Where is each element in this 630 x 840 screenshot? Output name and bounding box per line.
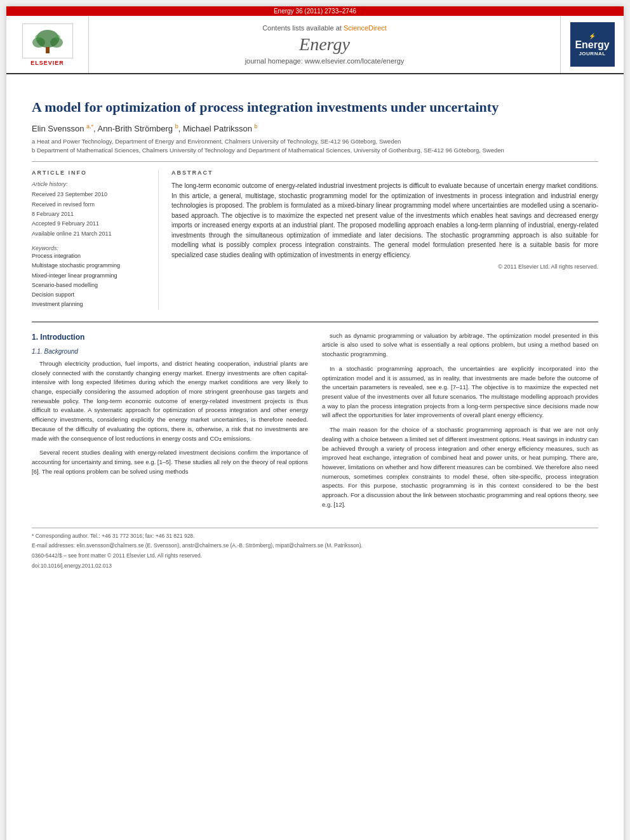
- keywords-label: Keywords:: [32, 245, 148, 251]
- background-subheading: 1.1. Background: [32, 347, 308, 357]
- article-info-column: ARTICLE INFO Article history: Received 2…: [32, 170, 159, 309]
- badge-top-text: ⚡: [589, 33, 596, 39]
- badge-subtitle: JOURNAL: [579, 51, 605, 57]
- elsevier-logo: ELSEVIER: [22, 23, 73, 66]
- footer-issn: 0360-5442/$ – see front matter © 2011 El…: [32, 552, 598, 560]
- authors-line: Elin Svensson a,*, Ann-Brith Strömberg b…: [32, 123, 598, 133]
- badge-main-text: Energy: [575, 39, 609, 51]
- author-michael: Michael Patriksson: [183, 124, 255, 133]
- received-date: Received 23 September 2010: [32, 190, 148, 199]
- email-addresses: elin.svensson@chalmers.se (E. Svensson),…: [76, 542, 363, 549]
- intro-para-1: Through electricity production, fuel imp…: [32, 359, 308, 443]
- keyword-6: Investment planning: [32, 300, 148, 309]
- affiliation-a: a Heat and Power Technology, Department …: [32, 137, 598, 146]
- keyword-4: Scenario-based modelling: [32, 281, 148, 290]
- body-section: 1. Introduction 1.1. Background Through …: [32, 321, 598, 515]
- abstract-text: The long-term economic outcome of energy…: [171, 181, 598, 260]
- journal-citation-bar: Energy 36 (2011) 2733–2746: [6, 6, 624, 16]
- journal-homepage: journal homepage: www.elsevier.com/locat…: [245, 57, 405, 65]
- keywords-section: Keywords: Process integration Multistage…: [32, 245, 148, 310]
- keyword-5: Decision support: [32, 290, 148, 300]
- doi-text: doi:10.1016/j.energy.2011.02.013: [32, 563, 112, 569]
- right-para-2: In a stochastic programming approach, th…: [322, 364, 598, 420]
- article-info-abstract-section: ARTICLE INFO Article history: Received 2…: [32, 161, 598, 309]
- journal-center-header: Contents lists available at ScienceDirec…: [89, 16, 560, 73]
- keyword-1: Process integration: [32, 251, 148, 261]
- contents-text: Contents lists available at: [262, 24, 342, 32]
- energy-badge-area: ⚡ Energy JOURNAL: [560, 16, 624, 73]
- svg-point-6: [55, 35, 60, 40]
- page: Energy 36 (2011) 2733–2746: [6, 6, 624, 840]
- footer-doi: doi:10.1016/j.energy.2011.02.013: [32, 562, 598, 570]
- footer-email: E-mail addresses: elin.svensson@chalmers…: [32, 542, 598, 550]
- article-history-label: Article history:: [32, 181, 148, 187]
- introduction-heading: 1. Introduction: [32, 331, 308, 343]
- tree-logo-svg: [25, 25, 70, 57]
- abstract-label: ABSTRACT: [171, 170, 598, 176]
- affiliations: a Heat and Power Technology, Department …: [32, 137, 598, 156]
- footer-corresponding: * Corresponding author. Tel.: +46 31 772…: [32, 532, 598, 540]
- author-elin-sup: a,*: [86, 123, 93, 130]
- intro-para-2: Several recent studies dealing with ener…: [32, 448, 308, 476]
- author-annbrith-sup: b: [175, 123, 178, 130]
- journal-name: Energy: [299, 34, 350, 55]
- article-info-label: ARTICLE INFO: [32, 170, 148, 176]
- article-history-table: Received 23 September 2010 Received in r…: [32, 190, 148, 238]
- body-two-col: 1. Introduction 1.1. Background Through …: [32, 331, 598, 515]
- article-content: A model for optimization of process inte…: [6, 74, 624, 585]
- elsevier-logo-image: [22, 23, 73, 58]
- revised-label: Received in revised form: [32, 200, 148, 210]
- abstract-column: ABSTRACT The long-term economic outcome …: [171, 170, 598, 309]
- body-col-right: such as dynamic programming or valuation…: [322, 331, 598, 515]
- author-annbrith: Ann-Brith Strömberg: [98, 124, 175, 133]
- journal-header: ELSEVIER Contents lists available at Sci…: [6, 16, 624, 74]
- elsevier-wordmark: ELSEVIER: [30, 60, 64, 66]
- right-para-3: The main reason for the choice of a stoc…: [322, 425, 598, 509]
- body-col-left: 1. Introduction 1.1. Background Through …: [32, 331, 308, 515]
- revised-date: 8 February 2011: [32, 210, 148, 219]
- sciencedirect-link[interactable]: ScienceDirect: [344, 24, 387, 32]
- keyword-2: Multistage stochastic programming: [32, 261, 148, 270]
- energy-badge: ⚡ Energy JOURNAL: [570, 22, 615, 67]
- email-label: E-mail addresses:: [32, 542, 75, 549]
- copyright-line: © 2011 Elsevier Ltd. All rights reserved…: [171, 263, 598, 270]
- author-elin: Elin Svensson: [32, 124, 86, 133]
- article-title: A model for optimization of process inte…: [32, 98, 598, 117]
- accepted-date: Accepted 9 February 2011: [32, 219, 148, 229]
- available-date: Available online 21 March 2011: [32, 229, 148, 239]
- right-para-1: such as dynamic programming or valuation…: [322, 331, 598, 359]
- page-footer: * Corresponding author. Tel.: +46 31 772…: [32, 528, 598, 570]
- affiliation-b: b Department of Mathematical Sciences, C…: [32, 146, 598, 155]
- sciencedirect-line: Contents lists available at ScienceDirec…: [262, 24, 387, 32]
- citation-text: Energy 36 (2011) 2733–2746: [274, 8, 356, 15]
- keyword-3: Mixed-integer linear programming: [32, 271, 148, 281]
- author-michael-sup: b: [255, 123, 258, 130]
- svg-rect-4: [46, 47, 50, 53]
- svg-point-5: [35, 35, 40, 40]
- elsevier-logo-area: ELSEVIER: [6, 16, 89, 73]
